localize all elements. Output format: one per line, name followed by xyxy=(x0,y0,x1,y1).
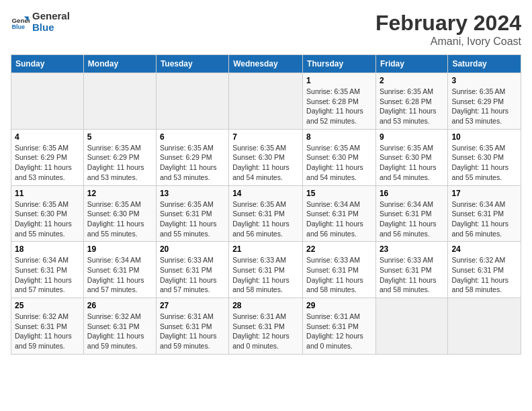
day-info: Sunrise: 6:31 AM Sunset: 6:31 PM Dayligh… xyxy=(306,312,372,351)
day-number: 6 xyxy=(160,132,225,142)
day-info: Sunrise: 6:32 AM Sunset: 6:31 PM Dayligh… xyxy=(87,312,152,351)
day-number: 15 xyxy=(306,189,372,198)
day-info: Sunrise: 6:33 AM Sunset: 6:31 PM Dayligh… xyxy=(380,255,444,295)
day-info: Sunrise: 6:33 AM Sunset: 6:31 PM Dayligh… xyxy=(232,255,299,295)
day-number: 29 xyxy=(306,301,372,310)
day-info: Sunrise: 6:33 AM Sunset: 6:31 PM Dayligh… xyxy=(306,255,372,295)
day-number: 27 xyxy=(160,301,225,310)
calendar-cell-w2-d4: 15Sunrise: 6:34 AM Sunset: 6:31 PM Dayli… xyxy=(303,185,376,242)
calendar-cell-w3-d4: 22Sunrise: 6:33 AM Sunset: 6:31 PM Dayli… xyxy=(303,242,376,298)
day-info: Sunrise: 6:35 AM Sunset: 6:31 PM Dayligh… xyxy=(160,199,225,239)
calendar-cell-w2-d2: 13Sunrise: 6:35 AM Sunset: 6:31 PM Dayli… xyxy=(156,185,228,242)
day-info: Sunrise: 6:35 AM Sunset: 6:31 PM Dayligh… xyxy=(232,199,299,239)
calendar-cell-w4-d4: 29Sunrise: 6:31 AM Sunset: 6:31 PM Dayli… xyxy=(303,298,376,355)
day-info: Sunrise: 6:34 AM Sunset: 6:31 PM Dayligh… xyxy=(380,199,444,239)
day-number: 11 xyxy=(15,189,80,198)
day-number: 14 xyxy=(232,189,299,198)
calendar-cell-w0-d4: 1Sunrise: 6:35 AM Sunset: 6:28 PM Daylig… xyxy=(303,73,376,130)
day-number: 23 xyxy=(380,244,444,254)
calendar-cell-w4-d6 xyxy=(448,298,521,355)
day-info: Sunrise: 6:35 AM Sunset: 6:30 PM Dayligh… xyxy=(15,199,80,239)
page-subtitle: Amani, Ivory Coast xyxy=(375,36,521,48)
day-number: 3 xyxy=(451,76,517,85)
col-header-thursday: Thursday xyxy=(303,55,376,73)
day-info: Sunrise: 6:31 AM Sunset: 6:31 PM Dayligh… xyxy=(232,312,299,351)
day-info: Sunrise: 6:33 AM Sunset: 6:31 PM Dayligh… xyxy=(160,255,225,295)
calendar-cell-w2-d1: 12Sunrise: 6:35 AM Sunset: 6:30 PM Dayli… xyxy=(83,185,156,242)
calendar-cell-w3-d3: 21Sunrise: 6:33 AM Sunset: 6:31 PM Dayli… xyxy=(229,242,303,298)
calendar-cell-w4-d0: 25Sunrise: 6:32 AM Sunset: 6:31 PM Dayli… xyxy=(11,298,84,355)
day-number: 13 xyxy=(160,189,225,198)
col-header-friday: Friday xyxy=(375,55,447,73)
calendar-cell-w1-d6: 10Sunrise: 6:35 AM Sunset: 6:30 PM Dayli… xyxy=(448,129,521,185)
logo-icon: General Blue xyxy=(11,13,30,32)
calendar-cell-w0-d0 xyxy=(11,73,84,130)
col-header-wednesday: Wednesday xyxy=(229,55,303,73)
calendar-cell-w2-d0: 11Sunrise: 6:35 AM Sunset: 6:30 PM Dayli… xyxy=(11,185,84,242)
day-number: 9 xyxy=(380,132,444,142)
day-number: 7 xyxy=(232,132,299,142)
day-info: Sunrise: 6:34 AM Sunset: 6:31 PM Dayligh… xyxy=(451,199,517,239)
calendar-cell-w0-d1 xyxy=(83,73,156,130)
day-info: Sunrise: 6:35 AM Sunset: 6:29 PM Dayligh… xyxy=(451,87,517,126)
day-info: Sunrise: 6:35 AM Sunset: 6:29 PM Dayligh… xyxy=(87,143,152,183)
day-number: 5 xyxy=(87,132,152,142)
day-info: Sunrise: 6:32 AM Sunset: 6:31 PM Dayligh… xyxy=(451,255,517,295)
calendar-cell-w3-d5: 23Sunrise: 6:33 AM Sunset: 6:31 PM Dayli… xyxy=(375,242,447,298)
calendar-table: SundayMondayTuesdayWednesdayThursdayFrid… xyxy=(11,54,521,355)
day-number: 19 xyxy=(87,244,152,254)
day-number: 8 xyxy=(306,132,372,142)
calendar-cell-w3-d1: 19Sunrise: 6:34 AM Sunset: 6:31 PM Dayli… xyxy=(83,242,156,298)
calendar-cell-w2-d5: 16Sunrise: 6:34 AM Sunset: 6:31 PM Dayli… xyxy=(375,185,447,242)
day-number: 18 xyxy=(15,244,80,254)
day-info: Sunrise: 6:35 AM Sunset: 6:28 PM Dayligh… xyxy=(380,87,444,126)
calendar-cell-w0-d5: 2Sunrise: 6:35 AM Sunset: 6:28 PM Daylig… xyxy=(375,73,447,130)
day-info: Sunrise: 6:35 AM Sunset: 6:30 PM Dayligh… xyxy=(306,143,372,183)
day-info: Sunrise: 6:35 AM Sunset: 6:30 PM Dayligh… xyxy=(87,199,152,239)
day-number: 26 xyxy=(87,301,152,310)
day-info: Sunrise: 6:35 AM Sunset: 6:29 PM Dayligh… xyxy=(15,143,80,183)
calendar-cell-w1-d0: 4Sunrise: 6:35 AM Sunset: 6:29 PM Daylig… xyxy=(11,129,84,185)
calendar-cell-w1-d3: 7Sunrise: 6:35 AM Sunset: 6:30 PM Daylig… xyxy=(229,129,303,185)
page-header: General Blue General Blue February 2024 … xyxy=(11,11,521,48)
page-title: February 2024 xyxy=(375,11,521,36)
calendar-cell-w0-d3 xyxy=(229,73,303,130)
calendar-cell-w0-d6: 3Sunrise: 6:35 AM Sunset: 6:29 PM Daylig… xyxy=(448,73,521,130)
calendar-cell-w4-d3: 28Sunrise: 6:31 AM Sunset: 6:31 PM Dayli… xyxy=(229,298,303,355)
calendar-cell-w1-d1: 5Sunrise: 6:35 AM Sunset: 6:29 PM Daylig… xyxy=(83,129,156,185)
calendar-cell-w1-d4: 8Sunrise: 6:35 AM Sunset: 6:30 PM Daylig… xyxy=(303,129,376,185)
calendar-cell-w0-d2 xyxy=(156,73,228,130)
day-info: Sunrise: 6:32 AM Sunset: 6:31 PM Dayligh… xyxy=(15,312,80,351)
calendar-cell-w4-d2: 27Sunrise: 6:31 AM Sunset: 6:31 PM Dayli… xyxy=(156,298,228,355)
day-number: 20 xyxy=(160,244,225,254)
day-number: 16 xyxy=(380,189,444,198)
day-info: Sunrise: 6:35 AM Sunset: 6:30 PM Dayligh… xyxy=(451,143,517,183)
calendar-cell-w1-d2: 6Sunrise: 6:35 AM Sunset: 6:29 PM Daylig… xyxy=(156,129,228,185)
calendar-cell-w1-d5: 9Sunrise: 6:35 AM Sunset: 6:30 PM Daylig… xyxy=(375,129,447,185)
day-number: 21 xyxy=(232,244,299,254)
col-header-sunday: Sunday xyxy=(11,55,84,73)
calendar-cell-w3-d0: 18Sunrise: 6:34 AM Sunset: 6:31 PM Dayli… xyxy=(11,242,84,298)
day-info: Sunrise: 6:34 AM Sunset: 6:31 PM Dayligh… xyxy=(15,255,80,295)
col-header-tuesday: Tuesday xyxy=(156,55,228,73)
calendar-cell-w4-d1: 26Sunrise: 6:32 AM Sunset: 6:31 PM Dayli… xyxy=(83,298,156,355)
calendar-cell-w4-d5 xyxy=(375,298,447,355)
day-number: 25 xyxy=(15,301,80,310)
day-number: 4 xyxy=(15,132,80,142)
day-number: 22 xyxy=(306,244,372,254)
col-header-monday: Monday xyxy=(83,55,156,73)
day-info: Sunrise: 6:34 AM Sunset: 6:31 PM Dayligh… xyxy=(306,199,372,239)
day-number: 24 xyxy=(451,244,517,254)
svg-text:Blue: Blue xyxy=(11,23,25,30)
calendar-cell-w3-d2: 20Sunrise: 6:33 AM Sunset: 6:31 PM Dayli… xyxy=(156,242,228,298)
calendar-cell-w3-d6: 24Sunrise: 6:32 AM Sunset: 6:31 PM Dayli… xyxy=(448,242,521,298)
day-info: Sunrise: 6:35 AM Sunset: 6:30 PM Dayligh… xyxy=(232,143,299,183)
logo: General Blue General Blue xyxy=(11,11,70,33)
day-number: 17 xyxy=(451,189,517,198)
day-info: Sunrise: 6:34 AM Sunset: 6:31 PM Dayligh… xyxy=(87,255,152,295)
day-number: 28 xyxy=(232,301,299,310)
logo-general: General xyxy=(32,11,70,22)
day-info: Sunrise: 6:35 AM Sunset: 6:28 PM Dayligh… xyxy=(306,87,372,126)
day-number: 1 xyxy=(306,76,372,85)
calendar-cell-w2-d3: 14Sunrise: 6:35 AM Sunset: 6:31 PM Dayli… xyxy=(229,185,303,242)
